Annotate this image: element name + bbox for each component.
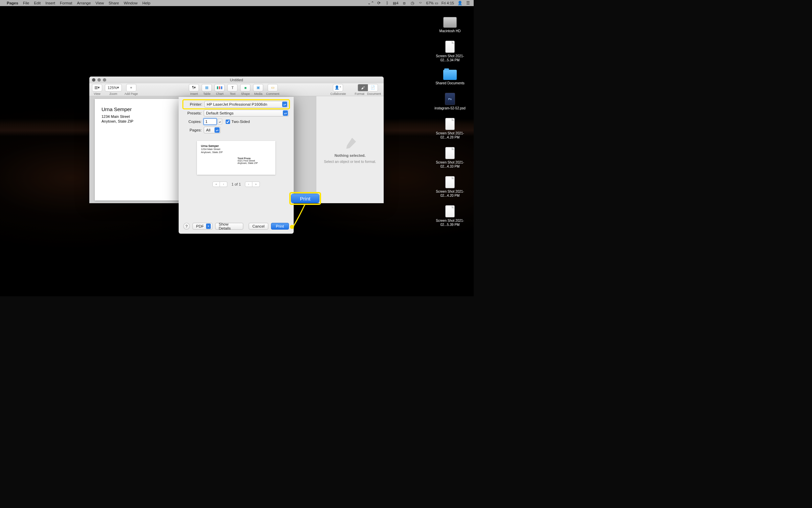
desktop-icons: Macintosh HD Screen Shot 2021-02...5.34 … <box>433 17 467 227</box>
menu-edit[interactable]: Edit <box>34 1 41 5</box>
pages-value: All <box>206 128 210 132</box>
desktop-item-file[interactable]: Screen Shot 2021-02...4.33 PM <box>433 147 467 169</box>
toolbar-label: Format <box>355 92 364 96</box>
two-sided-checkbox[interactable] <box>226 120 230 124</box>
printer-label: Printer: <box>184 102 202 106</box>
preview-nav: « ‹ 1 of 1 › » <box>183 182 289 187</box>
desktop-label: instagram-52-52.psd <box>434 106 466 110</box>
notification-badge[interactable]: ▤4 <box>393 1 398 5</box>
collaborate-button[interactable]: 👤⁺ <box>333 84 343 91</box>
desktop-item-folder[interactable]: Shared Documents <box>433 70 467 85</box>
desktop-item-psd[interactable]: Psinstagram-52-52.psd <box>433 93 467 110</box>
preview-return-addr2: Anytown, State ZIP <box>201 151 223 154</box>
cancel-button[interactable]: Cancel <box>249 223 268 230</box>
chevron-down-icon: ▾ <box>206 224 211 229</box>
shape-button[interactable]: ■ <box>240 84 250 91</box>
next-page-button[interactable]: › <box>245 182 252 187</box>
psd-icon: Ps <box>445 93 455 105</box>
desktop-label: Screen Shot 2021-02...4.20 PM <box>433 190 467 198</box>
desktop-item-file[interactable]: Screen Shot 2021-02...5.39 PM <box>433 205 467 227</box>
desktop-item-file[interactable]: Screen Shot 2021-02...4.20 PM <box>433 176 467 198</box>
desktop-label: Screen Shot 2021-02...5.34 PM <box>433 54 467 62</box>
toolbar-label: Add Page <box>125 92 138 96</box>
battery-status[interactable]: 67% ▭ <box>426 1 438 5</box>
desktop-item-file[interactable]: Screen Shot 2021-02...5.34 PM <box>433 41 467 62</box>
folder-icon <box>443 70 457 80</box>
preview-to-addr2: Anytown, State ZIP <box>238 162 258 164</box>
date-time[interactable]: Fri 4:15 <box>442 1 454 5</box>
traffic-lights[interactable] <box>92 78 106 82</box>
clock-icon[interactable]: ◷ <box>410 1 415 5</box>
close-icon[interactable] <box>92 78 95 82</box>
menu-view[interactable]: View <box>95 1 104 5</box>
presets-select[interactable]: Default Settings ▴▾ <box>204 110 289 117</box>
toolbar-label: Comment <box>266 92 279 96</box>
preview-return-name: Urna Semper <box>201 144 271 148</box>
insert-button[interactable]: ¶▾ <box>189 84 199 91</box>
bluetooth-icon[interactable]: ᛒ <box>385 1 389 5</box>
user-icon[interactable]: 👤 <box>457 1 462 5</box>
toolbar-label: View <box>94 92 100 96</box>
toolbar-label: Insert <box>190 92 198 96</box>
document-tab[interactable]: 📄 <box>368 84 378 91</box>
copies-input[interactable] <box>204 119 217 125</box>
add-page-button[interactable]: ＋ <box>126 84 136 91</box>
first-page-button[interactable]: « <box>212 182 220 187</box>
calendar-icon[interactable]: ⧈ <box>402 1 407 5</box>
toolbar-label: Table <box>203 92 211 96</box>
desktop-item-hdd[interactable]: Macintosh HD <box>433 17 467 33</box>
menu-window[interactable]: Window <box>124 1 138 5</box>
zoom-icon[interactable] <box>103 78 106 82</box>
prev-page-button[interactable]: ‹ <box>220 182 227 187</box>
pdf-button[interactable]: PDF▾ <box>193 223 212 230</box>
file-icon <box>445 118 455 130</box>
dropbox-icon[interactable]: ⌄⌃ <box>368 1 373 5</box>
media-button[interactable]: ▣ <box>253 84 263 91</box>
presets-value: Default Settings <box>206 111 233 115</box>
pages-label: Pages: <box>183 128 202 132</box>
preview-to-addr1: 4321 First Street <box>238 160 255 162</box>
menu-arrange[interactable]: Arrange <box>77 1 91 5</box>
zoom-dropdown[interactable]: 125%▾ <box>105 84 122 91</box>
menu-file[interactable]: File <box>23 1 29 5</box>
menu-format[interactable]: Format <box>60 1 72 5</box>
last-page-button[interactable]: » <box>252 182 260 187</box>
toolbar-label: Chart <box>216 92 223 96</box>
table-button[interactable]: ▦ <box>202 84 212 91</box>
comment-button[interactable]: ▭ <box>268 84 278 91</box>
preview-return-addr1: 1234 Main Street <box>201 148 220 151</box>
desktop-label: Macintosh HD <box>439 29 461 33</box>
print-button[interactable]: Print <box>271 223 289 230</box>
print-preview: Urna Semper 1234 Main Street Anytown, St… <box>197 141 275 175</box>
desktop-label: Screen Shot 2021-02...4.28 PM <box>433 131 467 140</box>
menu-insert[interactable]: Insert <box>45 1 55 5</box>
chart-button[interactable]: ▮▮▮ <box>215 84 225 91</box>
chevron-updown-icon: ▴▾ <box>215 127 220 133</box>
wifi-icon[interactable]: ⌔ <box>418 1 423 5</box>
printer-value: HP LaserJet Professional P1606dn <box>207 102 267 106</box>
menu-app[interactable]: Pages <box>7 1 18 5</box>
pages-select[interactable]: All ▴▾ <box>204 127 221 133</box>
minimize-icon[interactable] <box>97 78 101 82</box>
format-tab[interactable]: 🖌 <box>358 84 368 91</box>
text-button[interactable]: T <box>227 84 238 91</box>
printer-select[interactable]: HP LaserJet Professional P1606dn ▴▾ <box>204 101 288 108</box>
desktop-label: Screen Shot 2021-02...5.39 PM <box>433 219 467 227</box>
toolbar-label: Collaborate <box>330 92 346 96</box>
desktop-label: Shared Documents <box>435 81 465 85</box>
desktop-label: Screen Shot 2021-02...4.33 PM <box>433 161 467 169</box>
desktop-item-file[interactable]: Screen Shot 2021-02...4.28 PM <box>433 118 467 140</box>
help-button[interactable]: ? <box>183 223 190 230</box>
inspector-panel: Nothing selected. Select an object or te… <box>316 96 384 203</box>
menu-help[interactable]: Help <box>142 1 151 5</box>
preview-to-name: Trent Pruca <box>238 157 258 160</box>
file-icon <box>445 176 455 188</box>
view-button[interactable]: ▥▾ <box>92 84 102 91</box>
sync-icon[interactable]: ⟳ <box>377 1 381 5</box>
show-details-button[interactable]: Show Details <box>215 223 244 230</box>
annotation-dot-icon <box>290 225 294 229</box>
copies-stepper[interactable]: ▴▾ <box>218 119 222 125</box>
control-center-icon[interactable]: ☰ <box>466 1 470 5</box>
titlebar[interactable]: Untitled <box>89 77 384 83</box>
menu-share[interactable]: Share <box>109 1 119 5</box>
